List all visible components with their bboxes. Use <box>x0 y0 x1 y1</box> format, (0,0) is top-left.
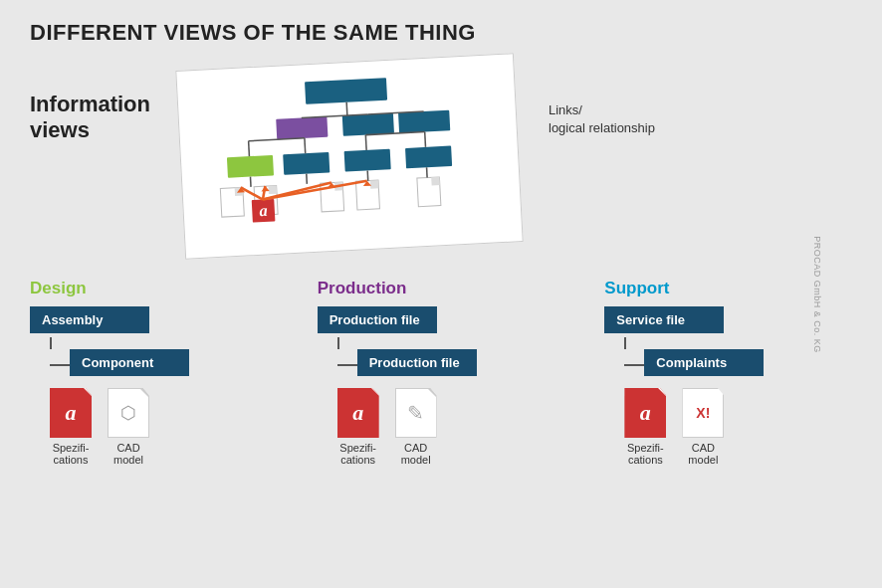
main-container: DIFFERENT VIEWS OF THE SAME THING Inform… <box>0 0 882 588</box>
design-spec-label: Spezifi-cations <box>53 442 90 466</box>
info-views-label: Informationviews <box>30 92 150 144</box>
prod-cad-icon: ✎ <box>395 388 437 438</box>
diagram-box: a <box>175 53 523 260</box>
production-cad-file: ✎ CADmodel <box>395 388 437 466</box>
svg-rect-10 <box>283 152 330 175</box>
production-column-title: Production <box>318 279 565 298</box>
svg-line-13 <box>249 141 250 156</box>
support-cad-icon: X! <box>682 388 724 438</box>
component-node: Component <box>70 349 189 376</box>
production-file-2-node: Production file <box>357 349 477 376</box>
production-column: Production Production file Production fi… <box>318 279 565 466</box>
page-title: DIFFERENT VIEWS OF THE SAME THING <box>30 20 852 46</box>
svg-rect-12 <box>405 146 452 169</box>
svg-line-16 <box>425 132 426 147</box>
svg-line-30 <box>307 174 308 184</box>
production-files: a Spezifi-cations ✎ CADmodel <box>337 388 565 466</box>
svg-line-14 <box>305 138 306 153</box>
design-column-title: Design <box>30 279 278 298</box>
svg-rect-1 <box>276 116 328 139</box>
service-file-node: Service file <box>604 306 724 333</box>
svg-line-31 <box>367 170 368 180</box>
svg-line-4 <box>346 102 347 115</box>
cad-icon: ⬡ <box>108 388 149 438</box>
design-tree: Assembly Component a Spezifi-cations <box>30 306 278 466</box>
support-spec-icon: a <box>624 388 666 438</box>
design-files: a Spezifi-cations ⬡ CADmodel <box>50 388 278 466</box>
svg-marker-26 <box>370 180 379 189</box>
design-cad-file: ⬡ CADmodel <box>108 388 149 466</box>
svg-rect-2 <box>342 113 394 136</box>
production-spec-label: Spezifi-cations <box>339 442 376 466</box>
svg-line-29 <box>250 177 251 187</box>
spec-icon: a <box>50 388 92 438</box>
design-column: Design Assembly Component a Spezifi-cati… <box>30 279 278 466</box>
prod-spec-icon: a <box>337 388 379 438</box>
support-files: a Spezifi-cations X! CADmodel <box>624 388 852 466</box>
svg-line-17 <box>249 138 305 141</box>
production-file-1-node: Production file <box>318 306 437 333</box>
production-spec-file: a Spezifi-cations <box>337 388 379 466</box>
bottom-section: Design Assembly Component a Spezifi-cati… <box>30 279 852 466</box>
top-section: Informationviews <box>30 62 852 251</box>
assembly-node: Assembly <box>30 306 149 333</box>
svg-text:a: a <box>259 201 268 220</box>
svg-marker-22 <box>268 186 277 195</box>
svg-rect-3 <box>398 110 450 133</box>
tree-diagram: a <box>189 67 510 246</box>
svg-line-32 <box>427 167 428 177</box>
svg-line-38 <box>262 181 367 200</box>
svg-rect-0 <box>305 78 387 104</box>
design-spec-file: a Spezifi-cations <box>50 388 92 466</box>
watermark: PROCAD GmbH & Co. KG <box>812 236 822 353</box>
svg-marker-28 <box>431 177 440 186</box>
support-spec-label: Spezifi-cations <box>627 442 664 466</box>
svg-rect-9 <box>227 155 274 178</box>
links-label: Links/logical relationship <box>549 101 655 137</box>
svg-line-15 <box>365 135 366 150</box>
production-cad-label: CADmodel <box>401 442 431 466</box>
support-cad-label: CADmodel <box>688 442 718 466</box>
production-tree: Production file Production file a Spezif… <box>318 306 565 466</box>
support-spec-file: a Spezifi-cations <box>624 388 666 466</box>
complaints-node: Complaints <box>644 349 764 376</box>
support-cad-file: X! CADmodel <box>682 388 724 466</box>
design-cad-label: CADmodel <box>113 442 143 466</box>
svg-rect-11 <box>344 149 391 172</box>
